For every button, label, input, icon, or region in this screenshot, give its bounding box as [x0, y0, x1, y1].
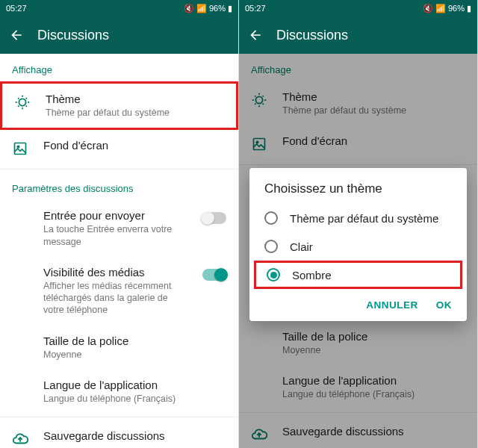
wallpaper-title: Fond d'écran: [43, 139, 226, 152]
radio-icon: [267, 268, 280, 281]
divider: [0, 169, 238, 169]
radio-label: Thème par défaut du système: [290, 212, 438, 225]
item-media[interactable]: Visibilité des médias Afficher les média…: [0, 257, 238, 326]
media-switch[interactable]: [202, 269, 226, 281]
radio-icon: [264, 240, 278, 253]
status-right: 🔇 📶 96% ▮: [423, 4, 471, 13]
font-title: Taille de la police: [43, 335, 226, 347]
radio-label: Clair: [290, 240, 313, 253]
font-sub: Moyenne: [43, 349, 226, 361]
theme-title: Thème: [46, 93, 224, 105]
theme-dialog: Choisissez un thème Thème par défaut du …: [249, 168, 467, 321]
svg-rect-1: [15, 143, 26, 155]
item-enter[interactable]: Entrée pour envoyer La touche Entrée env…: [0, 200, 238, 257]
signal-icon: 📶: [435, 4, 446, 13]
signal-icon: 📶: [196, 4, 207, 13]
radio-option-dark[interactable]: Sombre: [254, 261, 462, 289]
mute-icon: 🔇: [184, 4, 194, 13]
screen-right: 05:27 🔇 📶 96% ▮ Discussions Affichage Th…: [239, 0, 478, 448]
ok-button[interactable]: OK: [436, 299, 452, 311]
dialog-actions: ANNULER OK: [249, 289, 467, 315]
enter-title: Entrée pour envoyer: [43, 209, 187, 222]
appbar-title: Discussions: [276, 28, 348, 43]
svg-point-2: [17, 146, 19, 149]
back-icon[interactable]: [248, 28, 263, 43]
app-bar: Discussions: [0, 16, 238, 54]
item-backup[interactable]: Sauvegarde discussions: [0, 420, 238, 448]
status-bar: 05:27 🔇 📶 96% ▮: [239, 0, 477, 16]
wallpaper-icon: [12, 140, 28, 157]
radio-label: Sombre: [292, 269, 332, 281]
section-chat: Paramètres des discussions: [0, 172, 238, 200]
item-wallpaper[interactable]: Fond d'écran: [0, 130, 238, 166]
mute-icon: 🔇: [423, 4, 433, 13]
theme-sub: Thème par défaut du système: [46, 107, 224, 119]
battery-icon: ▮: [228, 4, 232, 13]
battery-pct: 96%: [209, 4, 226, 13]
status-right: 🔇 📶 96% ▮: [184, 4, 232, 13]
screen-left: 05:27 🔇 📶 96% ▮ Discussions Affichage Th…: [0, 0, 239, 448]
media-sub: Afficher les médias récemment téléchargé…: [43, 280, 187, 317]
item-font[interactable]: Taille de la police Moyenne: [0, 326, 238, 370]
back-icon[interactable]: [9, 28, 24, 43]
dialog-title: Choisissez un thème: [249, 181, 467, 204]
section-display: Affichage: [0, 54, 238, 81]
battery-pct: 96%: [448, 4, 465, 13]
battery-icon: ▮: [467, 4, 471, 13]
lang-sub: Langue du téléphone (Français): [43, 393, 226, 405]
cancel-button[interactable]: ANNULER: [366, 299, 418, 311]
svg-point-0: [19, 99, 25, 105]
status-time: 05:27: [6, 4, 27, 13]
content-left: Affichage Thème Thème par défaut du syst…: [0, 54, 238, 448]
radio-option-light[interactable]: Clair: [249, 232, 467, 261]
status-time: 05:27: [245, 4, 266, 13]
app-bar: Discussions: [239, 16, 477, 54]
appbar-title: Discussions: [37, 28, 109, 43]
status-bar: 05:27 🔇 📶 96% ▮: [0, 0, 238, 16]
lang-title: Langue de l'application: [43, 379, 226, 391]
radio-icon: [264, 211, 278, 225]
enter-switch[interactable]: [202, 212, 226, 224]
radio-option-default[interactable]: Thème par défaut du système: [249, 204, 467, 232]
divider: [0, 417, 238, 417]
backup-title: Sauvegarde discussions: [43, 429, 226, 442]
backup-icon: [12, 431, 28, 447]
enter-sub: La touche Entrée enverra votre message: [43, 223, 187, 248]
item-lang[interactable]: Langue de l'application Langue du téléph…: [0, 370, 238, 414]
theme-icon: [14, 94, 31, 111]
item-theme[interactable]: Thème Thème par défaut du système: [0, 81, 238, 130]
media-title: Visibilité des médias: [43, 266, 187, 279]
